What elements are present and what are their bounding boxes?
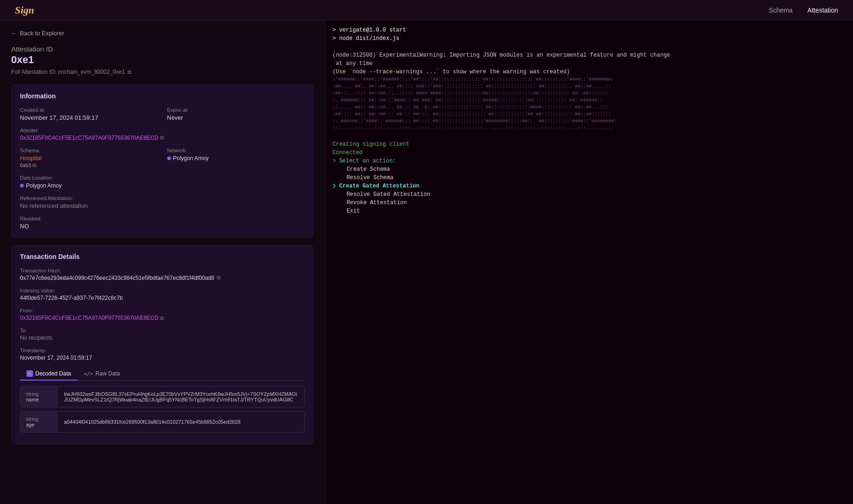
term-line-1: > verigate@1.0.0 start — [332, 26, 846, 34]
data-row-age-field: age — [26, 422, 52, 427]
copy-full-id-icon[interactable]: ⧉ — [128, 69, 131, 75]
tab-raw[interactable]: </> Raw Data — [78, 368, 127, 381]
referenced-label: Referenced Attestation: — [20, 195, 305, 201]
term-menu-resolve-gated[interactable]: Resolve Gated Attestation — [332, 190, 846, 199]
schema-value[interactable]: Hospital 0xb3 ⧉ — [20, 155, 158, 168]
tx-from-item: From: 0x32185F9C4CcF5E1cC75A97A0F9776536… — [20, 308, 305, 321]
expire-at-value: Never — [167, 114, 305, 121]
referenced-item: Referenced Attestation: No referenced at… — [20, 195, 305, 209]
revoked-item: Revoked: NO — [20, 216, 158, 230]
schema-id: 0xb3 — [20, 162, 31, 168]
term-menu-create-schema[interactable]: Create Schema — [332, 165, 846, 174]
term-blank-1 — [332, 132, 846, 140]
term-line-3 — [332, 43, 846, 51]
back-link[interactable]: ← Back to Explorer — [11, 30, 313, 37]
menu-arrow-icon: ❯ — [332, 183, 339, 189]
copy-attester-icon[interactable]: ⧉ — [160, 135, 164, 141]
tab-raw-label: Raw Data — [96, 370, 120, 377]
term-menu-resolve-schema[interactable]: Resolve Schema — [332, 174, 846, 182]
attester-label: Attester: — [20, 128, 305, 133]
copy-schema-icon[interactable]: ⧉ — [33, 162, 36, 168]
network-value: Polygon Amoy — [167, 155, 305, 162]
information-title: Information — [20, 92, 305, 100]
schema-label: Schema: — [20, 148, 158, 153]
logo: Sign — [15, 4, 34, 16]
terminal-panel: > verigate@1.0.0 start > node dist/index… — [325, 20, 853, 504]
full-id-text: Full Attestation ID: onchain_evm_80002_0… — [11, 69, 125, 75]
attester-value[interactable]: 0x32185F9C4CcF5E1cC75A97A0F977653670AE8E… — [20, 135, 305, 141]
nav-attestation[interactable]: Attestation — [807, 6, 838, 14]
term-hash-art-2: :##.... ##:. ##::##... ##:::: ###::'###:… — [332, 83, 846, 90]
tx-hash-item: Transaction Hash: 0x77e7c6ee293eda4c099c… — [20, 268, 305, 281]
created-at-value: November 17, 2024 01:59:17 — [20, 114, 158, 121]
term-menu-create-gated[interactable]: ❯ Create Gated Attestation — [332, 182, 846, 190]
term-select-action: > Select an action: — [332, 157, 846, 165]
tab-decoded[interactable]: i Decoded Data — [20, 368, 78, 381]
copy-from-icon[interactable]: ⧉ — [160, 315, 164, 321]
data-row-age: string age a04404l041025db86331fce269500… — [20, 411, 305, 433]
tx-to-item: To: No recipients — [20, 328, 305, 341]
term-menu-exit[interactable]: Exit — [332, 207, 846, 215]
term-hash-art-5: ::..... ##:: ##::##... ##::: ## .#: ##::… — [332, 104, 846, 111]
copy-hash-icon[interactable]: ⧉ — [217, 275, 221, 281]
attestation-id: 0xe1 — [11, 54, 313, 66]
term-line-5: at any time — [332, 59, 846, 68]
term-hash-art-3: :##:::..:::: ##::##:::..::::: ####'####:… — [332, 90, 846, 97]
created-at-label: Created at: — [20, 107, 158, 113]
data-row-age-value: a04404l041025db86331fce269500f13a8014c01… — [58, 412, 304, 432]
left-panel: ← Back to Explorer Attestation ID 0xe1 F… — [0, 20, 325, 504]
transaction-details-box: Transaction Details Transaction Hash: 0x… — [11, 245, 313, 444]
tx-from-address: 0x32185F9C4CcF5E1cC75A97A0F977653670AE8E… — [20, 315, 158, 321]
info-grid: Created at: November 17, 2024 01:59:17 E… — [20, 107, 305, 230]
tx-from-value[interactable]: 0x32185F9C4CcF5E1cC75A97A0F977653670AE8E… — [20, 315, 305, 321]
data-location-value: Polygon Amoy — [20, 182, 158, 189]
data-location-item: Data Location: Polygon Amoy — [20, 175, 158, 189]
revoked-value: NO — [20, 223, 158, 230]
tx-indexing-label: Indexing Value: — [20, 288, 305, 293]
term-hash-art-1: :'######::'####::'######::::'##::::'##::… — [332, 76, 846, 83]
term-hash-art-7: :. ######::'####:. ######::: ##:::: ##::… — [332, 118, 846, 125]
decoded-tab-icon: i — [26, 370, 33, 377]
data-row-age-type: string — [26, 416, 52, 422]
revoked-label: Revoked: — [20, 216, 158, 221]
network-badge: Polygon Amoy — [167, 155, 209, 162]
schema-item: Schema: Hospital 0xb3 ⧉ — [20, 148, 158, 168]
full-attestation-id: Full Attestation ID: onchain_evm_80002_0… — [11, 69, 313, 75]
term-line-2: > node dist/index.js — [332, 34, 846, 43]
tx-from-label: From: — [20, 308, 305, 313]
tx-indexing-item: Indexing Value: 44f0de57-7226-4527-a937-… — [20, 288, 305, 301]
referenced-value: No referenced attestation — [20, 202, 305, 209]
data-row-name: string name kwJH932wsFJlbOSGBL37sEPruHhg… — [20, 386, 305, 407]
data-location-label: Data Location: — [20, 175, 158, 181]
network-label: Network: — [167, 148, 305, 153]
term-line-4: (node:312508) ExperimentalWarning: Impor… — [332, 51, 846, 59]
select-action-text: Select an action: — [339, 158, 396, 164]
network-name: Polygon Amoy — [173, 155, 209, 162]
term-connected: Connected — [332, 149, 846, 157]
expire-at-label: Expire at: — [167, 107, 305, 113]
term-hash-art-6: :##:::: ##:: ##::##::: ##::: ##:::. ##::… — [332, 111, 846, 118]
data-location-name: Polygon Amoy — [26, 182, 62, 189]
data-row-name-label: string name — [20, 387, 58, 407]
tx-hash-label: Transaction Hash: — [20, 268, 305, 273]
tx-indexing-value: 44f0de57-7226-4527-a937-7e7f422c8c7b — [20, 295, 305, 301]
term-menu-revoke[interactable]: Revoke Attestation — [332, 199, 846, 207]
attestation-title: Attestation ID — [11, 45, 313, 53]
information-box: Information Created at: November 17, 202… — [11, 84, 313, 238]
tx-timestamp-label: Timestamp: — [20, 348, 305, 353]
attester-item: Attester: 0x32185F9C4CcF5E1cC75A97A0F977… — [20, 128, 305, 141]
data-row-name-value: kwJH932wsFJlbOSGBL37sEPruHhgKoLp3E70bVxY… — [58, 387, 304, 407]
created-at-item: Created at: November 17, 2024 01:59:17 — [20, 107, 158, 121]
data-location-dot-icon — [20, 184, 24, 187]
back-arrow-icon: ← — [11, 30, 17, 37]
tab-decoded-label: Decoded Data — [35, 370, 71, 377]
top-nav: Sign Schema Attestation — [0, 0, 853, 20]
network-item: Network: Polygon Amoy — [167, 148, 305, 168]
data-row-name-type: string — [26, 391, 52, 397]
nav-schema[interactable]: Schema — [768, 6, 792, 14]
transaction-title: Transaction Details — [20, 253, 305, 260]
raw-tab-icon: </> — [84, 371, 93, 377]
tx-hash-text: 0x77e7c6ee293eda4c099c4276eec2433c984c51… — [20, 275, 214, 281]
term-hash-art-4: :. ######::: ##::##::'####:: ## ###: ##:… — [332, 97, 846, 104]
term-creating: Creating signing client — [332, 140, 846, 149]
